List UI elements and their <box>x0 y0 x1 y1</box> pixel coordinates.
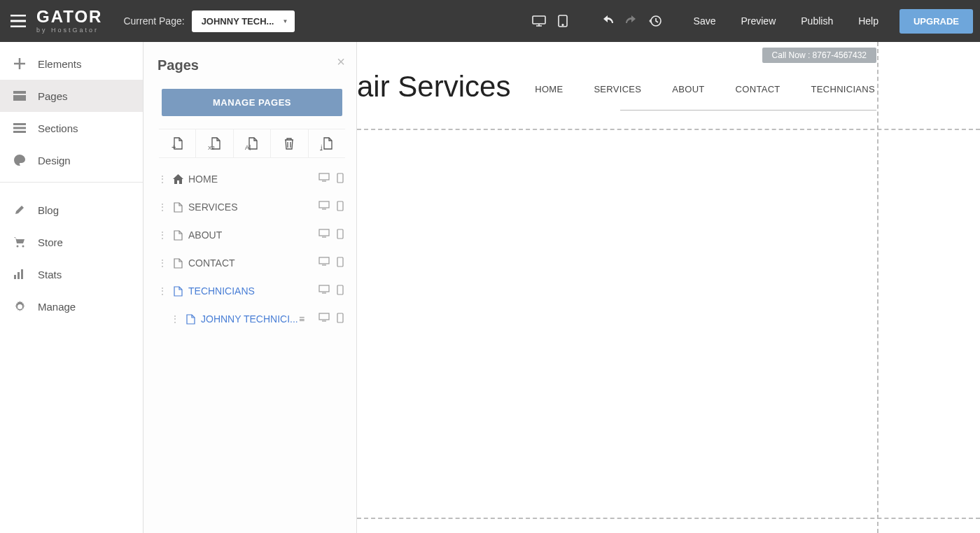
page-name: CONTACT <box>188 257 318 269</box>
menu-icon[interactable] <box>7 10 29 32</box>
desktop-icon[interactable] <box>318 201 330 213</box>
drag-handle-icon[interactable]: ⋮ <box>158 229 167 241</box>
preview-button[interactable]: Preview <box>728 15 788 27</box>
site-nav: HOME SERVICES ABOUT CONTACT TECHNICIANS <box>535 84 875 94</box>
manage-pages-button[interactable]: MANAGE PAGES <box>162 89 342 116</box>
svg-rect-20 <box>319 201 329 208</box>
svg-rect-5 <box>13 95 26 101</box>
editor-canvas[interactable]: Call Now : 8767-4567432 air Services HOM… <box>357 42 980 533</box>
desktop-icon[interactable] <box>318 173 330 185</box>
page-code-icon[interactable]: ʝ <box>309 129 345 157</box>
page-row-about[interactable]: ⋮ ABOUT <box>158 221 346 249</box>
left-sidebar: Elements Pages Sections Design Blog Stor… <box>0 42 144 533</box>
site-nav-services[interactable]: SERVICES <box>594 84 641 94</box>
pages-panel: Pages × MANAGE PAGES + X2 A| ʝ ⋮ HOME ⋮ <box>144 42 357 533</box>
nav-underline <box>620 110 876 111</box>
svg-point-9 <box>17 246 19 248</box>
redo-icon <box>620 9 643 33</box>
current-page-value: JOHNNY TECH... <box>202 16 274 27</box>
guide-line <box>877 42 878 533</box>
guide-line <box>357 129 980 130</box>
mobile-icon[interactable] <box>337 173 344 185</box>
help-button[interactable]: Help <box>846 15 891 27</box>
guide-line <box>357 518 980 519</box>
desktop-icon[interactable] <box>318 285 330 297</box>
history-icon[interactable] <box>643 9 667 33</box>
sections-icon <box>10 123 29 133</box>
gear-icon <box>10 301 29 313</box>
page-action-bar: + X2 A| ʝ <box>159 129 345 158</box>
mobile-icon[interactable] <box>337 313 344 325</box>
desktop-view-icon[interactable] <box>527 9 551 33</box>
drag-handle-icon[interactable]: ⋮ <box>158 285 167 297</box>
nav-label: Stats <box>38 269 62 280</box>
site-nav-technicians[interactable]: TECHNICIANS <box>811 84 875 94</box>
svg-rect-4 <box>13 91 26 94</box>
site-nav-about[interactable]: ABOUT <box>672 84 704 94</box>
panel-title: Pages <box>158 57 346 73</box>
mobile-icon[interactable] <box>337 229 344 241</box>
publish-button[interactable]: Publish <box>788 15 846 27</box>
sidebar-item-sections[interactable]: Sections <box>0 112 143 144</box>
duplicate-page-icon[interactable]: X2 <box>196 129 233 157</box>
desktop-icon[interactable] <box>318 229 330 241</box>
drag-handle-icon[interactable]: ⋮ <box>158 257 167 269</box>
file-icon <box>170 202 186 213</box>
sidebar-item-stats[interactable]: Stats <box>0 258 143 290</box>
nav-label: Blog <box>38 204 59 216</box>
svg-rect-18 <box>319 173 329 180</box>
page-name: HOME <box>188 173 318 185</box>
delete-page-icon[interactable] <box>271 129 308 157</box>
drag-handle-icon[interactable]: ⋮ <box>158 201 167 213</box>
svg-rect-27 <box>337 285 343 294</box>
page-row-services[interactable]: ⋮ SERVICES <box>158 193 346 221</box>
svg-point-2 <box>562 24 564 26</box>
add-page-icon[interactable]: + <box>159 129 196 157</box>
nav-label: Design <box>38 155 71 166</box>
sidebar-item-pages[interactable]: Pages <box>0 80 143 112</box>
site-title[interactable]: air Services <box>357 70 510 104</box>
page-row-home[interactable]: ⋮ HOME <box>158 165 346 193</box>
desktop-icon[interactable] <box>318 313 330 325</box>
desktop-icon[interactable] <box>318 257 330 269</box>
mobile-icon[interactable] <box>337 285 344 297</box>
sidebar-item-manage[interactable]: Manage <box>0 290 143 322</box>
page-list: ⋮ HOME ⋮ SERVICES ⋮ ABOUT <box>158 165 346 333</box>
site-nav-home[interactable]: HOME <box>535 84 563 94</box>
close-icon[interactable]: × <box>337 55 345 69</box>
file-icon <box>170 258 186 269</box>
page-menu-icon[interactable]: ≡ <box>299 313 312 325</box>
svg-rect-6 <box>13 123 26 125</box>
mobile-view-icon[interactable] <box>551 9 575 33</box>
drag-handle-icon[interactable]: ⋮ <box>158 173 167 185</box>
svg-rect-24 <box>319 257 329 264</box>
pages-icon <box>10 91 29 101</box>
palette-icon <box>10 154 29 166</box>
site-nav-contact[interactable]: CONTACT <box>736 84 780 94</box>
current-page-selector[interactable]: JOHNNY TECH... <box>192 10 295 32</box>
nav-label: Pages <box>38 90 68 102</box>
svg-rect-23 <box>337 229 343 239</box>
pencil-icon <box>10 204 29 215</box>
undo-icon[interactable] <box>596 9 620 33</box>
drag-handle-icon[interactable]: ⋮ <box>170 313 180 325</box>
call-now-badge[interactable]: Call Now : 8767-4567432 <box>762 48 876 63</box>
sidebar-item-store[interactable]: Store <box>0 226 143 258</box>
save-button[interactable]: Save <box>681 15 729 27</box>
bars-icon <box>10 269 29 279</box>
sidebar-item-design[interactable]: Design <box>0 144 143 176</box>
mobile-icon[interactable] <box>337 257 344 269</box>
mobile-icon[interactable] <box>337 201 344 213</box>
rename-page-icon[interactable]: A| <box>234 129 271 157</box>
page-row-johnny-technician[interactable]: ⋮ JOHNNY TECHNICI... ≡ <box>158 305 346 333</box>
current-page-label: Current Page: <box>123 15 184 27</box>
upgrade-button[interactable]: UPGRADE <box>899 9 973 34</box>
page-row-technicians[interactable]: ⋮ TECHNICIANS <box>158 277 346 305</box>
svg-rect-28 <box>319 313 329 320</box>
page-row-contact[interactable]: ⋮ CONTACT <box>158 249 346 277</box>
svg-text:A|: A| <box>245 144 251 150</box>
sidebar-item-blog[interactable]: Blog <box>0 194 143 226</box>
nav-label: Store <box>38 236 63 248</box>
sidebar-item-elements[interactable]: Elements <box>0 48 143 80</box>
svg-rect-7 <box>13 127 26 129</box>
